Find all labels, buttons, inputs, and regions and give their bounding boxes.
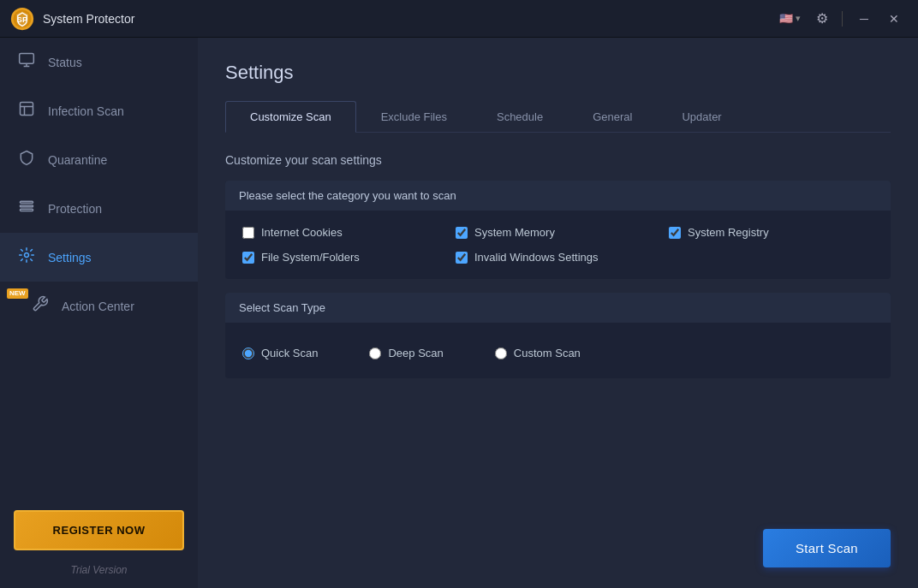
- radio-custom-scan-input[interactable]: [495, 347, 507, 359]
- scan-type-body: Quick Scan Deep Scan Custom Scan: [225, 323, 891, 378]
- main-content: Settings Customize Scan Exclude Files Sc…: [198, 38, 918, 588]
- checkbox-invalid-windows-settings[interactable]: Invalid Windows Settings: [456, 251, 660, 264]
- radio-deep-scan[interactable]: Deep Scan: [369, 347, 443, 359]
- checkbox-internet-cookies[interactable]: Internet Cookies: [242, 226, 447, 239]
- checkbox-system-memory-input[interactable]: [456, 227, 468, 239]
- sidebar-item-infection-scan[interactable]: Infection Scan: [0, 86, 198, 135]
- checkbox-system-memory-label: System Memory: [474, 226, 555, 239]
- sidebar: Status Infection Scan Quarantine Protect…: [0, 38, 198, 588]
- tab-updater[interactable]: Updater: [657, 101, 746, 132]
- checkbox-invalid-windows-settings-input[interactable]: [456, 252, 468, 264]
- checkbox-file-system-folders-label: File System/Folders: [261, 251, 360, 264]
- checkbox-invalid-windows-settings-label: Invalid Windows Settings: [474, 251, 599, 264]
- sidebar-item-settings[interactable]: Settings: [0, 233, 198, 282]
- checkbox-system-registry-label: System Registry: [688, 226, 769, 239]
- bottom-bar: Start Scan: [225, 515, 891, 567]
- radio-quick-scan-input[interactable]: [242, 347, 254, 359]
- sidebar-item-protection-label: Protection: [48, 202, 102, 216]
- sidebar-item-action-center-label: Action Center: [62, 300, 134, 313]
- category-checkbox-grid: Internet Cookies System Memory System Re…: [242, 226, 873, 264]
- sidebar-item-action-center[interactable]: NEW Action Center: [0, 282, 198, 330]
- checkbox-file-system-folders-input[interactable]: [242, 252, 254, 264]
- titlebar: SP System Protector 🇺🇸▾ ⚙ ─ ✕: [0, 0, 918, 38]
- gear-icon: [17, 246, 36, 268]
- app-body: Status Infection Scan Quarantine Protect…: [0, 38, 918, 588]
- sidebar-item-quarantine-label: Quarantine: [48, 153, 107, 167]
- close-button[interactable]: ✕: [880, 9, 908, 29]
- scan-icon: [17, 100, 36, 122]
- sidebar-item-protection[interactable]: Protection: [0, 184, 198, 233]
- checkbox-system-registry[interactable]: System Registry: [669, 226, 873, 239]
- sidebar-spacer: [0, 330, 198, 496]
- radio-deep-scan-label: Deep Scan: [388, 347, 443, 359]
- page-title: Settings: [225, 62, 891, 84]
- radio-custom-scan[interactable]: Custom Scan: [495, 347, 581, 359]
- new-badge: NEW: [7, 288, 28, 299]
- svg-point-12: [25, 253, 29, 258]
- tab-schedule[interactable]: Schedule: [472, 101, 568, 132]
- sidebar-item-quarantine[interactable]: Quarantine: [0, 135, 198, 184]
- settings-icon[interactable]: ⚙: [811, 7, 833, 30]
- svg-rect-9: [21, 201, 33, 203]
- monitor-icon: [17, 51, 36, 73]
- scan-type-section: Select Scan Type Quick Scan Deep Scan Cu…: [225, 293, 891, 378]
- checkbox-system-memory[interactable]: System Memory: [456, 226, 660, 239]
- radio-custom-scan-label: Custom Scan: [514, 347, 581, 359]
- radio-quick-scan-label: Quick Scan: [261, 347, 318, 359]
- app-title: System Protector: [43, 12, 779, 26]
- category-header: Please select the category you want to s…: [225, 181, 891, 211]
- settings-subtitle: Customize your scan settings: [225, 153, 891, 167]
- trial-text: Trial Version: [0, 564, 198, 588]
- category-section: Please select the category you want to s…: [225, 181, 891, 279]
- sidebar-item-infection-scan-label: Infection Scan: [48, 104, 124, 118]
- checkbox-system-registry-input[interactable]: [669, 227, 681, 239]
- svg-rect-3: [20, 54, 34, 64]
- checkbox-internet-cookies-input[interactable]: [242, 227, 254, 239]
- sidebar-item-status[interactable]: Status: [0, 38, 198, 86]
- sidebar-item-status-label: Status: [48, 56, 82, 69]
- language-selector[interactable]: 🇺🇸▾: [779, 12, 801, 25]
- minimize-button[interactable]: ─: [851, 9, 877, 29]
- radio-deep-scan-input[interactable]: [369, 347, 381, 359]
- svg-rect-11: [21, 209, 33, 211]
- tab-exclude-files[interactable]: Exclude Files: [356, 101, 472, 132]
- checkbox-internet-cookies-label: Internet Cookies: [261, 226, 343, 239]
- sidebar-item-settings-label: Settings: [48, 251, 92, 264]
- tab-general[interactable]: General: [568, 101, 657, 132]
- app-logo: SP: [10, 7, 34, 31]
- titlebar-controls: 🇺🇸▾ ⚙ ─ ✕: [779, 7, 908, 30]
- protection-icon: [17, 198, 36, 219]
- settings-tabs: Customize Scan Exclude Files Schedule Ge…: [225, 101, 891, 133]
- quarantine-icon: [17, 149, 36, 170]
- tools-icon: [31, 295, 50, 317]
- svg-text:SP: SP: [17, 15, 28, 24]
- category-body: Internet Cookies System Memory System Re…: [225, 211, 891, 279]
- radio-quick-scan[interactable]: Quick Scan: [242, 347, 318, 359]
- scan-type-header: Select Scan Type: [225, 293, 891, 323]
- start-scan-button[interactable]: Start Scan: [763, 529, 891, 567]
- svg-rect-6: [21, 103, 33, 116]
- checkbox-file-system-folders[interactable]: File System/Folders: [242, 251, 447, 264]
- register-button[interactable]: REGISTER NOW: [14, 510, 184, 550]
- titlebar-separator: [842, 11, 843, 27]
- scan-type-radio-row: Quick Scan Deep Scan Custom Scan: [242, 338, 873, 363]
- svg-rect-10: [21, 205, 33, 207]
- tab-customize-scan[interactable]: Customize Scan: [225, 101, 356, 133]
